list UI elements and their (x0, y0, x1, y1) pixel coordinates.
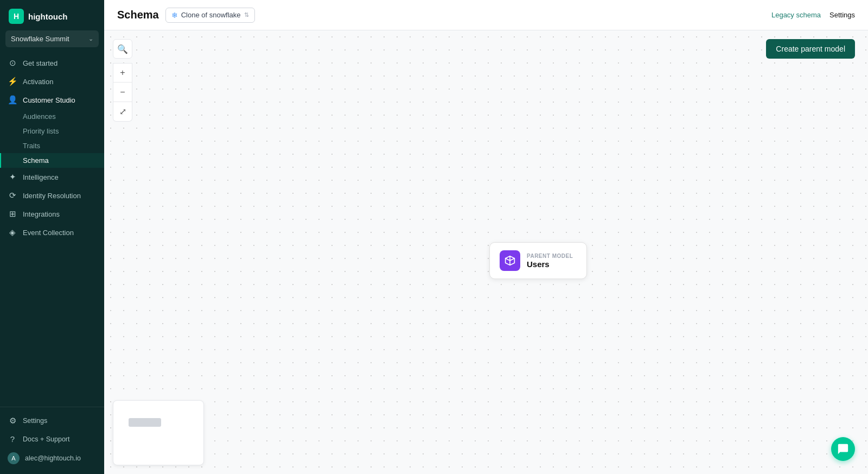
zoom-in-icon: + (120, 68, 125, 78)
docs-support-icon: ? (8, 434, 17, 444)
canvas-area[interactable]: 🔍 + − ⤢ Create parent model PAR (104, 30, 868, 474)
sidebar-item-event-collection[interactable]: ◈ Event Collection (0, 223, 104, 242)
fit-view-btn[interactable]: ⤢ (113, 102, 132, 122)
sidebar-item-traits[interactable]: Traits (0, 138, 104, 153)
snowflake-icon: ❄ (171, 11, 178, 20)
schema-selector-chevron: ⇅ (244, 11, 249, 18)
sidebar-item-intelligence[interactable]: ✦ Intelligence (0, 168, 104, 186)
minimap (113, 400, 204, 465)
chat-bubble[interactable] (831, 437, 855, 461)
page-title: Schema (117, 9, 159, 21)
identity-resolution-icon: ⟳ (8, 191, 17, 200)
search-icon: 🔍 (117, 44, 128, 54)
intelligence-label: Intelligence (23, 173, 59, 181)
legacy-schema-link[interactable]: Legacy schema (771, 11, 821, 19)
fit-view-icon: ⤢ (119, 106, 126, 117)
search-canvas-btn[interactable]: 🔍 (113, 39, 132, 59)
user-avatar-icon: A (8, 452, 20, 464)
workspace-selector[interactable]: Snowflake Summit ⌄ (5, 30, 99, 47)
integrations-icon: ⊞ (8, 209, 17, 219)
workspace-chevron: ⌄ (88, 35, 93, 42)
logo-icon: H (9, 9, 24, 24)
sidebar-item-docs-support[interactable]: ? Docs + Support (0, 430, 104, 448)
event-collection-label: Event Collection (23, 229, 74, 237)
sidebar-item-get-started[interactable]: ⊙ Get started (0, 54, 104, 72)
create-parent-model-button[interactable]: Create parent model (766, 39, 855, 59)
sidebar-item-user[interactable]: A alec@hightouch.io (0, 448, 104, 469)
integrations-label: Integrations (23, 210, 60, 218)
settings-nav-icon: ⚙ (8, 416, 17, 426)
get-started-label: Get started (23, 59, 58, 67)
customer-studio-icon: 👤 (8, 95, 17, 105)
priority-lists-label: Priority lists (23, 127, 59, 135)
activation-label: Activation (23, 78, 53, 86)
sidebar-item-activation[interactable]: ⚡ Activation (0, 72, 104, 91)
model-cube-icon (505, 255, 515, 266)
topbar-settings-btn[interactable]: Settings (829, 8, 855, 22)
identity-resolution-label: Identity Resolution (23, 192, 81, 200)
zoom-out-btn[interactable]: − (113, 83, 132, 102)
intelligence-icon: ✦ (8, 172, 17, 182)
sidebar-logo: H hightouch (0, 0, 104, 30)
minimap-node (129, 418, 161, 427)
sidebar-nav: ⊙ Get started ⚡ Activation 👤 Customer St… (0, 52, 104, 407)
event-collection-icon: ◈ (8, 227, 17, 237)
sidebar-item-customer-studio[interactable]: 👤 Customer Studio (0, 91, 104, 109)
chat-icon (837, 443, 849, 455)
topbar-left: Schema ❄ Clone of snowflake ⇅ (117, 8, 255, 23)
schema-selector-name: Clone of snowflake (181, 11, 241, 19)
traits-label: Traits (23, 142, 40, 150)
topbar: Schema ❄ Clone of snowflake ⇅ Legacy sch… (104, 0, 868, 30)
sidebar-item-integrations[interactable]: ⊞ Integrations (0, 205, 104, 223)
zoom-out-icon: − (120, 87, 125, 97)
get-started-icon: ⊙ (8, 58, 17, 68)
model-type-label: PARENT MODEL (527, 253, 573, 259)
main-content: Schema ❄ Clone of snowflake ⇅ Legacy sch… (104, 0, 868, 474)
sidebar-item-settings[interactable]: ⚙ Settings (0, 412, 104, 430)
canvas-toolbar: 🔍 + − ⤢ (113, 39, 132, 122)
sidebar-item-priority-lists[interactable]: Priority lists (0, 124, 104, 138)
audiences-label: Audiences (23, 112, 56, 121)
customer-studio-label: Customer Studio (23, 96, 75, 104)
settings-nav-label: Settings (23, 417, 47, 425)
sidebar-bottom: ⚙ Settings ? Docs + Support A alec@hight… (0, 407, 104, 474)
activation-icon: ⚡ (8, 77, 17, 86)
workspace-name: Snowflake Summit (11, 35, 69, 43)
sidebar-item-schema[interactable]: Schema (0, 153, 104, 168)
sidebar-item-audiences[interactable]: Audiences (0, 109, 104, 124)
schema-label: Schema (23, 156, 49, 165)
docs-support-label: Docs + Support (23, 435, 70, 443)
topbar-right: Legacy schema Settings (771, 8, 855, 22)
parent-model-node[interactable]: PARENT MODEL Users (489, 242, 587, 279)
logo-text: hightouch (28, 12, 67, 21)
sidebar-item-identity-resolution[interactable]: ⟳ Identity Resolution (0, 186, 104, 205)
sidebar: H hightouch Snowflake Summit ⌄ ⊙ Get sta… (0, 0, 104, 474)
user-email-label: alec@hightouch.io (25, 454, 81, 462)
schema-selector[interactable]: ❄ Clone of snowflake ⇅ (165, 8, 255, 23)
model-name: Users (527, 260, 573, 269)
model-info: PARENT MODEL Users (527, 253, 573, 269)
zoom-in-btn[interactable]: + (113, 63, 132, 83)
model-icon-box (500, 250, 520, 271)
